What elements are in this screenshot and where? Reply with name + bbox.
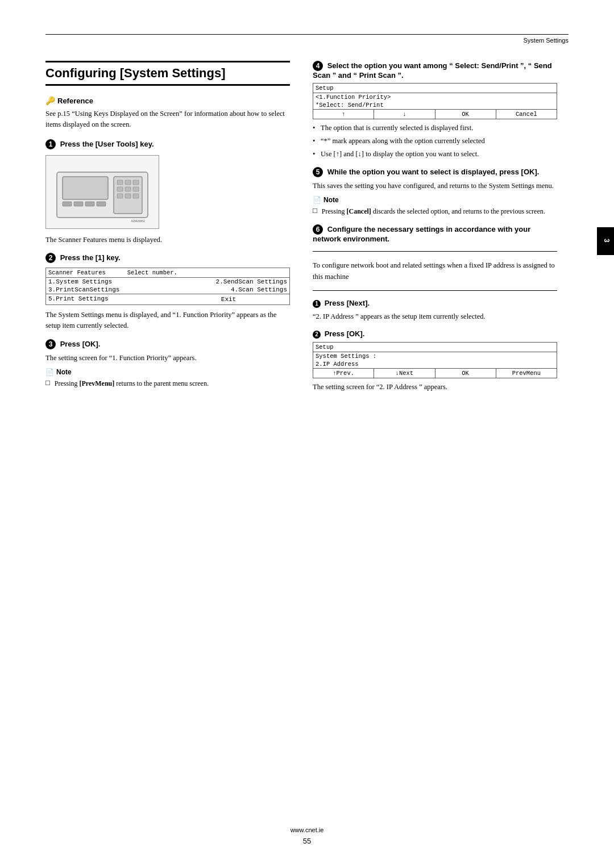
setup-menu-2-row-1: System Settings : [313, 352, 557, 360]
btn-prevmenu: PrevMenu [496, 369, 557, 378]
btn-down: ↓ [374, 110, 435, 119]
scanner-menu-title: Scanner Features Select number. [46, 268, 289, 278]
side-tab: 3 [597, 227, 614, 255]
step-3-heading: 3 Press [OK]. [45, 339, 290, 349]
svg-rect-14 [85, 202, 94, 206]
step-6: 6 Configure the necessary settings in ac… [313, 224, 557, 243]
reference-block: 🔑 Reference See p.15 “Using Keys Display… [45, 96, 290, 130]
substep-1-heading: 1 Press [Next]. [313, 299, 557, 308]
step-2-body: The System Settings menu is displayed, a… [45, 310, 290, 331]
svg-rect-7 [125, 187, 131, 191]
scanner-menu-row-1: 1.System Settings2.SendScan Settings [46, 278, 289, 286]
page: System Settings 3 Configuring [System Se… [0, 0, 614, 868]
note-prevmenu: 📄 Note □ Pressing [PrevMenu] returns to … [45, 368, 290, 389]
btn-ok-2: OK [435, 369, 496, 378]
separator-line-2 [313, 290, 557, 291]
note-icon: 📄 [45, 368, 54, 376]
step-3: 3 Press [OK]. The setting screen for “1.… [45, 339, 290, 389]
svg-rect-9 [117, 194, 123, 198]
bullet-list: The option that is currently selected is… [313, 123, 557, 159]
note-prevmenu-row: □ Pressing [PrevMenu] returns to the par… [45, 378, 290, 389]
btn-next: ↓Next [374, 369, 435, 378]
substep-2-heading: 2 Press [OK]. [313, 329, 557, 339]
step-5: 5 While the option you want to select is… [313, 167, 557, 216]
btn-up: ↑ [313, 110, 374, 119]
setup-menu-1-row-1: <1.Function Priority> [313, 93, 557, 101]
scanner-exit-btn: Exit [168, 295, 289, 304]
svg-rect-4 [125, 180, 131, 185]
step-2-heading: 2 Press the [1] key. [45, 253, 290, 263]
section-title: Configuring [System Settings] [45, 61, 290, 86]
svg-rect-1 [63, 177, 108, 199]
svg-rect-10 [125, 194, 131, 198]
scanner-features-menu: Scanner Features Select number. 1.System… [45, 268, 290, 305]
setup-menu-1-title: Setup [313, 84, 557, 93]
page-footer: www.cnet.ie 55 [0, 827, 614, 845]
step-6-number: 6 [313, 224, 323, 235]
note-cancel-row: □ Pressing [Cancel] discards the selecte… [313, 206, 557, 216]
step-4-heading: 4 Select the option you want among “ Sel… [313, 61, 557, 80]
setup-menu-2: Setup System Settings : 2.IP Address ↑Pr… [313, 342, 557, 378]
device-image: ADK0002 [45, 155, 159, 229]
step-1-heading: 1 Press the [User Tools] key. [45, 139, 290, 149]
footer-url: www.cnet.ie [0, 827, 614, 833]
checkbox-icon: □ [45, 378, 50, 387]
svg-rect-15 [97, 202, 106, 206]
step-5-heading: 5 While the option you want to select is… [313, 167, 557, 177]
btn-ok: OK [435, 110, 496, 119]
btn-cancel: Cancel [496, 110, 557, 119]
bullet-1: The option that is currently selected is… [313, 123, 557, 133]
bullet-2: “*” mark appears along with the option c… [313, 136, 557, 147]
step-4-number: 4 [313, 61, 323, 71]
btn-prev: ↑Prev. [313, 369, 374, 378]
separator-line [313, 251, 557, 252]
note-cancel-text: Pressing [Cancel] discards the selected … [320, 206, 545, 216]
step-6-heading: 6 Configure the necessary settings in ac… [313, 224, 557, 243]
step-3-number: 3 [45, 339, 56, 349]
setup-menu-2-row-2: 2.IP Address [313, 360, 557, 368]
svg-rect-6 [117, 187, 123, 191]
col-left: Configuring [System Settings] 🔑 Referenc… [45, 61, 290, 400]
svg-rect-13 [74, 202, 83, 206]
step-3-body: The setting screen for “1. Function Prio… [45, 353, 290, 364]
checkbox-cancel-icon: □ [313, 206, 317, 215]
step-1-body: The Scanner Features menu is displayed. [45, 235, 290, 245]
step-5-body: This saves the setting you have configur… [313, 181, 557, 191]
note-cancel-icon: 📄 [313, 196, 321, 204]
svg-text:ADK0002: ADK0002 [131, 219, 145, 223]
reference-text: See p.15 “Using Keys Displayed on the Sc… [45, 108, 290, 130]
setup-menu-1-row-2: *Select: Send/Print [313, 101, 557, 109]
network-info: To configure network boot and related se… [313, 260, 557, 282]
substep-1-body: “2. IP Address ” appears as the setup it… [313, 311, 557, 322]
reference-heading: 🔑 Reference [45, 96, 290, 105]
svg-rect-8 [133, 187, 139, 191]
note-prevmenu-text: Pressing [PrevMenu] returns to the paren… [52, 378, 209, 389]
bullet-3: Use [↑] and [↓] to display the option yo… [313, 149, 557, 160]
step-1-number: 1 [45, 139, 56, 149]
setup-menu-1: Setup <1.Function Priority> *Select: Sen… [313, 83, 557, 119]
svg-rect-12 [63, 202, 72, 206]
step-4: 4 Select the option you want among “ Sel… [313, 61, 557, 159]
note-cancel: 📄 Note □ Pressing [Cancel] discards the … [313, 196, 557, 216]
substep-1: 1 Press [Next]. “2. IP Address ” appears… [313, 299, 557, 322]
step-2: 2 Press the [1] key. Scanner Features Se… [45, 253, 290, 331]
header-rule [45, 34, 569, 35]
scanner-menu-row-3: 5.Print Settings [46, 295, 168, 304]
note-cancel-heading: 📄 Note [313, 196, 557, 204]
substep-1-number: 1 [313, 300, 321, 308]
col-right: 4 Select the option you want among “ Sel… [313, 61, 557, 400]
substep-2-body: The setting screen for “2. IP Address ” … [313, 382, 557, 393]
footer-page: 55 [0, 837, 614, 845]
header-text: System Settings [45, 37, 569, 44]
step-1: 1 Press the [User Tools] key. [45, 139, 290, 245]
two-col-layout: Configuring [System Settings] 🔑 Referenc… [45, 61, 569, 400]
device-svg: ADK0002 [51, 161, 154, 223]
substep-2: 2 Press [OK]. Setup System Settings : 2.… [313, 329, 557, 392]
setup-menu-1-footer: ↑ ↓ OK Cancel [313, 109, 557, 119]
step-2-number: 2 [45, 253, 56, 263]
key-icon: 🔑 [45, 96, 55, 105]
setup-menu-2-footer: ↑Prev. ↓Next OK PrevMenu [313, 368, 557, 378]
scanner-menu-row-2: 3.PrintScanSettings4.Scan Settings [46, 286, 289, 294]
note-prevmenu-heading: 📄 Note [45, 368, 290, 376]
svg-rect-11 [133, 194, 139, 198]
